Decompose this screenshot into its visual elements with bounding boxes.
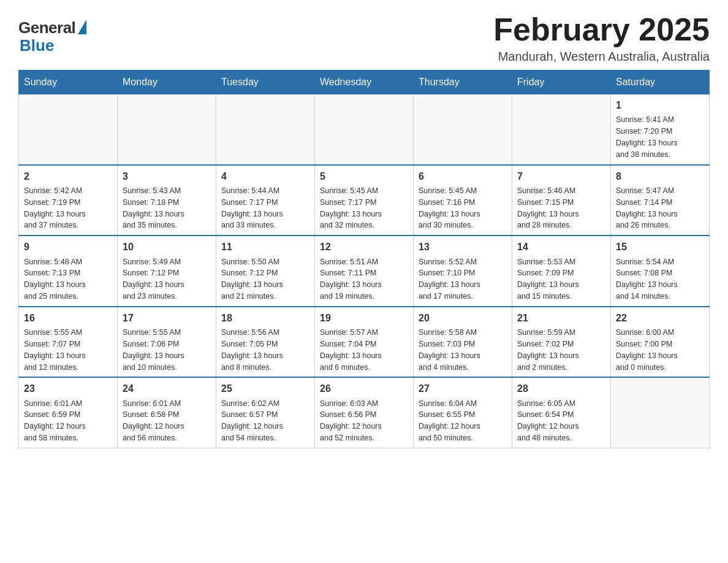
day-number: 8 <box>616 169 704 183</box>
calendar-day-cell: 22Sunrise: 6:00 AM Sunset: 7:00 PM Dayli… <box>611 307 710 378</box>
calendar-day-cell <box>19 94 118 165</box>
day-number: 28 <box>517 381 605 396</box>
day-number: 26 <box>320 381 408 396</box>
day-number: 3 <box>123 169 211 183</box>
calendar-day-cell <box>118 94 216 165</box>
calendar-week-row: 23Sunrise: 6:01 AM Sunset: 6:59 PM Dayli… <box>19 377 710 448</box>
day-number: 15 <box>616 240 704 254</box>
day-number: 4 <box>221 169 309 183</box>
day-number: 27 <box>419 381 507 396</box>
day-number: 22 <box>616 311 704 325</box>
location-subtitle: Mandurah, Western Australia, Australia <box>493 50 710 64</box>
day-info: Sunrise: 6:01 AM Sunset: 6:58 PM Dayligh… <box>123 399 184 443</box>
day-info: Sunrise: 5:42 AM Sunset: 7:19 PM Dayligh… <box>24 186 86 230</box>
day-number: 21 <box>517 311 605 325</box>
day-number: 12 <box>320 240 408 254</box>
day-info: Sunrise: 5:52 AM Sunset: 7:10 PM Dayligh… <box>419 258 480 301</box>
day-info: Sunrise: 6:02 AM Sunset: 6:57 PM Dayligh… <box>221 399 283 443</box>
calendar-day-cell: 2Sunrise: 5:42 AM Sunset: 7:19 PM Daylig… <box>19 165 118 236</box>
calendar-day-cell <box>414 94 512 165</box>
day-info: Sunrise: 5:58 AM Sunset: 7:03 PM Dayligh… <box>419 328 480 372</box>
calendar-table: SundayMondayTuesdayWednesdayThursdayFrid… <box>18 70 710 448</box>
calendar-day-cell <box>216 94 315 165</box>
day-info: Sunrise: 5:51 AM Sunset: 7:11 PM Dayligh… <box>320 258 382 301</box>
day-number: 2 <box>24 169 112 183</box>
calendar-day-cell: 28Sunrise: 6:05 AM Sunset: 6:54 PM Dayli… <box>512 377 611 448</box>
calendar-week-row: 1Sunrise: 5:41 AM Sunset: 7:20 PM Daylig… <box>19 94 710 165</box>
day-info: Sunrise: 5:41 AM Sunset: 7:20 PM Dayligh… <box>616 115 678 159</box>
day-number: 24 <box>123 381 211 396</box>
day-info: Sunrise: 6:05 AM Sunset: 6:54 PM Dayligh… <box>517 399 579 443</box>
day-number: 17 <box>123 311 211 325</box>
calendar-day-cell: 9Sunrise: 5:48 AM Sunset: 7:13 PM Daylig… <box>19 236 118 307</box>
day-info: Sunrise: 5:46 AM Sunset: 7:15 PM Dayligh… <box>517 186 579 230</box>
calendar-week-row: 9Sunrise: 5:48 AM Sunset: 7:13 PM Daylig… <box>19 236 710 307</box>
month-title: February 2025 <box>493 12 710 47</box>
calendar-day-cell: 12Sunrise: 5:51 AM Sunset: 7:11 PM Dayli… <box>315 236 414 307</box>
day-number: 9 <box>24 240 112 254</box>
day-number: 10 <box>123 240 211 254</box>
day-info: Sunrise: 5:49 AM Sunset: 7:12 PM Dayligh… <box>123 258 184 301</box>
day-info: Sunrise: 5:48 AM Sunset: 7:13 PM Dayligh… <box>24 258 86 301</box>
day-info: Sunrise: 5:57 AM Sunset: 7:04 PM Dayligh… <box>320 328 382 372</box>
day-info: Sunrise: 6:04 AM Sunset: 6:55 PM Dayligh… <box>419 399 480 443</box>
weekday-header-tuesday: Tuesday <box>216 71 315 94</box>
day-info: Sunrise: 5:56 AM Sunset: 7:05 PM Dayligh… <box>221 328 283 372</box>
calendar-day-cell: 5Sunrise: 5:45 AM Sunset: 7:17 PM Daylig… <box>315 165 414 236</box>
calendar-day-cell: 19Sunrise: 5:57 AM Sunset: 7:04 PM Dayli… <box>315 307 414 378</box>
calendar-day-cell: 17Sunrise: 5:55 AM Sunset: 7:06 PM Dayli… <box>118 307 216 378</box>
weekday-header-wednesday: Wednesday <box>315 71 414 94</box>
day-number: 5 <box>320 169 408 183</box>
calendar-day-cell: 18Sunrise: 5:56 AM Sunset: 7:05 PM Dayli… <box>216 307 315 378</box>
calendar-day-cell <box>512 94 611 165</box>
calendar-header-row: SundayMondayTuesdayWednesdayThursdayFrid… <box>19 71 710 94</box>
day-number: 19 <box>320 311 408 325</box>
calendar-day-cell: 1Sunrise: 5:41 AM Sunset: 7:20 PM Daylig… <box>611 94 710 165</box>
day-number: 1 <box>616 98 704 112</box>
calendar-day-cell: 11Sunrise: 5:50 AM Sunset: 7:12 PM Dayli… <box>216 236 315 307</box>
day-info: Sunrise: 5:54 AM Sunset: 7:08 PM Dayligh… <box>616 258 678 301</box>
title-area: February 2025 Mandurah, Western Australi… <box>493 12 710 64</box>
weekday-header-monday: Monday <box>118 71 216 94</box>
day-info: Sunrise: 5:53 AM Sunset: 7:09 PM Dayligh… <box>517 258 579 301</box>
day-number: 25 <box>221 381 309 396</box>
day-number: 14 <box>517 240 605 254</box>
page-header: General Blue February 2025 Mandurah, Wes… <box>18 12 710 64</box>
calendar-day-cell: 6Sunrise: 5:45 AM Sunset: 7:16 PM Daylig… <box>414 165 512 236</box>
day-info: Sunrise: 5:59 AM Sunset: 7:02 PM Dayligh… <box>517 328 579 372</box>
calendar-day-cell <box>315 94 414 165</box>
calendar-day-cell: 26Sunrise: 6:03 AM Sunset: 6:56 PM Dayli… <box>315 377 414 448</box>
calendar-day-cell: 20Sunrise: 5:58 AM Sunset: 7:03 PM Dayli… <box>414 307 512 378</box>
day-number: 23 <box>24 381 112 396</box>
day-info: Sunrise: 5:44 AM Sunset: 7:17 PM Dayligh… <box>221 186 283 230</box>
calendar-day-cell: 8Sunrise: 5:47 AM Sunset: 7:14 PM Daylig… <box>611 165 710 236</box>
logo: General Blue <box>18 18 86 55</box>
day-info: Sunrise: 5:47 AM Sunset: 7:14 PM Dayligh… <box>616 186 678 230</box>
calendar-day-cell: 7Sunrise: 5:46 AM Sunset: 7:15 PM Daylig… <box>512 165 611 236</box>
day-info: Sunrise: 5:43 AM Sunset: 7:18 PM Dayligh… <box>123 186 184 230</box>
calendar-day-cell: 23Sunrise: 6:01 AM Sunset: 6:59 PM Dayli… <box>19 377 118 448</box>
day-info: Sunrise: 5:55 AM Sunset: 7:07 PM Dayligh… <box>24 328 86 372</box>
day-number: 20 <box>419 311 507 325</box>
logo-general-text: General <box>18 18 75 37</box>
day-number: 11 <box>221 240 309 254</box>
day-number: 18 <box>221 311 309 325</box>
day-info: Sunrise: 5:50 AM Sunset: 7:12 PM Dayligh… <box>221 258 283 301</box>
calendar-day-cell: 13Sunrise: 5:52 AM Sunset: 7:10 PM Dayli… <box>414 236 512 307</box>
day-info: Sunrise: 6:01 AM Sunset: 6:59 PM Dayligh… <box>24 399 86 443</box>
day-info: Sunrise: 5:45 AM Sunset: 7:17 PM Dayligh… <box>320 186 382 230</box>
logo-triangle-icon <box>78 20 86 34</box>
weekday-header-friday: Friday <box>512 71 611 94</box>
day-number: 7 <box>517 169 605 183</box>
calendar-day-cell: 4Sunrise: 5:44 AM Sunset: 7:17 PM Daylig… <box>216 165 315 236</box>
calendar-day-cell <box>611 377 710 448</box>
calendar-week-row: 2Sunrise: 5:42 AM Sunset: 7:19 PM Daylig… <box>19 165 710 236</box>
day-info: Sunrise: 5:45 AM Sunset: 7:16 PM Dayligh… <box>419 186 480 230</box>
weekday-header-saturday: Saturday <box>611 71 710 94</box>
calendar-day-cell: 27Sunrise: 6:04 AM Sunset: 6:55 PM Dayli… <box>414 377 512 448</box>
weekday-header-sunday: Sunday <box>19 71 118 94</box>
day-info: Sunrise: 6:03 AM Sunset: 6:56 PM Dayligh… <box>320 399 382 443</box>
weekday-header-thursday: Thursday <box>414 71 512 94</box>
calendar-day-cell: 10Sunrise: 5:49 AM Sunset: 7:12 PM Dayli… <box>118 236 216 307</box>
day-number: 6 <box>419 169 507 183</box>
